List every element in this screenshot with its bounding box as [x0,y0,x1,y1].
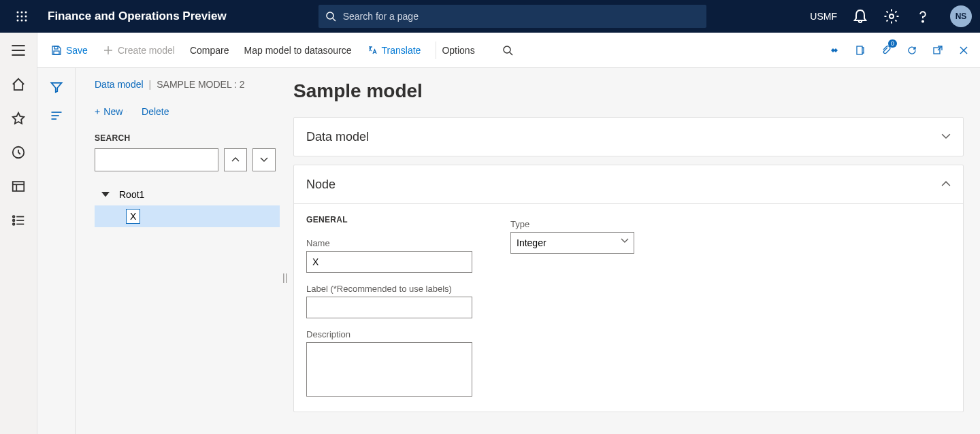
refresh-button[interactable] [905,44,919,57]
svg-point-3 [17,16,19,18]
close-button[interactable] [957,44,970,57]
search-prev-button[interactable] [224,148,247,171]
popout-button[interactable] [931,44,945,57]
nav-modules[interactable] [11,213,26,228]
name-field[interactable] [306,251,472,273]
breadcrumb-separator: | [149,79,152,90]
clock-icon [11,145,26,160]
svg-rect-17 [13,182,24,191]
caret-down-icon [101,190,110,198]
command-bar: Save Create model Compare Map model to d… [37,33,980,68]
svg-point-9 [327,12,333,19]
tree-node-selected[interactable]: X [95,205,280,227]
save-icon [51,45,62,56]
breadcrumb-link[interactable]: Data model [95,79,144,90]
nav-home[interactable] [11,77,26,92]
options-button[interactable]: Options [442,45,474,56]
refresh-icon [906,45,917,56]
label-field[interactable] [306,297,472,318]
star-icon [11,111,26,126]
svg-point-4 [21,16,23,18]
svg-point-8 [25,20,27,22]
nav-favorites[interactable] [11,111,26,126]
card-node-header[interactable]: Node [294,165,963,203]
chevron-down-icon [260,157,268,163]
search-row [95,148,280,171]
svg-point-22 [13,220,15,222]
nav-workspaces[interactable] [11,179,26,194]
page-search-button[interactable] [502,45,513,56]
svg-rect-27 [54,51,59,54]
sort-button[interactable] [50,109,63,122]
card-data-model-title: Data model [306,130,369,144]
left-nav [0,33,37,434]
search-next-button[interactable] [252,148,276,171]
save-button[interactable]: Save [51,45,88,56]
options-label: Options [442,45,474,56]
description-field[interactable] [306,342,472,397]
translate-button[interactable]: Translate [367,45,421,56]
svg-rect-33 [934,48,940,54]
caret-icon[interactable] [101,189,110,200]
search-icon [325,11,336,22]
sort-icon [50,109,63,122]
translate-icon [367,45,378,56]
settings-button[interactable] [883,8,900,24]
search-placeholder: Search for a page [343,11,419,22]
splitter-handle[interactable]: || [282,272,287,283]
filter-button[interactable] [50,80,63,94]
app-launcher[interactable] [8,3,35,30]
detail-pane: Sample model Data model Node GENERAL Nam… [280,68,980,434]
global-search[interactable]: Search for a page [318,5,706,28]
description-label: Description [306,329,951,339]
chevron-up-icon [941,181,951,187]
breadcrumb-current: SAMPLE MODEL : 2 [157,79,244,90]
create-model-label: Create model [118,45,175,56]
svg-line-31 [510,52,512,55]
command-bar-right: 0 [828,44,970,57]
label-label: Label (*Recommended to use labels) [306,284,951,294]
svg-point-30 [504,46,510,53]
type-label: Type [510,219,634,229]
notifications-button[interactable] [852,8,868,24]
compare-label: Compare [190,45,229,56]
svg-point-1 [21,12,23,14]
map-model-button[interactable]: Map model to datasource [244,45,352,56]
nav-hamburger[interactable] [11,43,26,58]
topbar-right: USMF NS [810,5,972,27]
svg-point-7 [21,20,23,22]
svg-point-0 [17,12,19,14]
nav-recent[interactable] [11,145,26,160]
card-data-model-header[interactable]: Data model [294,118,963,156]
chevron-up-icon [231,157,240,163]
workspace-icon [11,179,26,194]
map-model-label: Map model to datasource [244,45,352,56]
tree-search-input[interactable] [95,148,218,171]
type-select[interactable] [510,232,634,254]
chevron-down-icon [941,133,951,139]
card-node: Node GENERAL Name Type [293,165,964,412]
name-label: Name [306,238,472,248]
new-label: New [103,106,122,117]
svg-point-11 [889,14,894,18]
attachments-button[interactable]: 0 [879,44,893,57]
plus-icon [95,109,100,114]
avatar[interactable]: NS [950,5,972,27]
compare-button[interactable]: Compare [190,45,229,56]
tree-pane: Data model | SAMPLE MODEL : 2 New Delete… [76,68,280,434]
diamond-icon [829,45,840,56]
card-node-title: Node [306,178,336,192]
content: Data model | SAMPLE MODEL : 2 New Delete… [76,68,980,434]
help-button[interactable] [915,8,931,24]
plus-icon [103,45,114,56]
company-label[interactable]: USMF [810,11,837,22]
new-button[interactable]: New [95,106,127,117]
tree-root-label: Root1 [119,189,144,200]
svg-point-24 [13,223,15,225]
app-title: Finance and Operations Preview [48,10,227,23]
tree-node-root[interactable]: Root1 [95,184,280,205]
office-button[interactable] [853,44,867,57]
type-value[interactable] [510,232,634,254]
delete-button[interactable]: Delete [138,106,169,117]
connector-button[interactable] [828,44,841,57]
